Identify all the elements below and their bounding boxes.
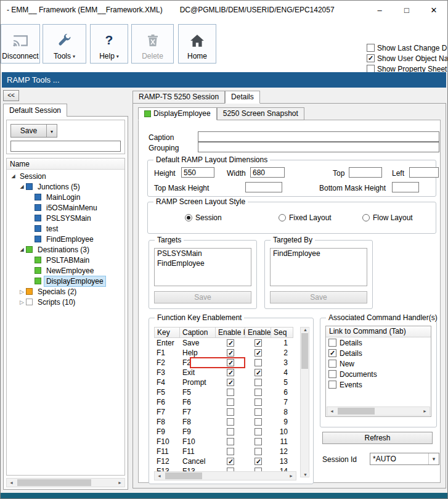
expanded-icon[interactable]: ◢: [18, 247, 26, 252]
ach-horizontal-scrollbar[interactable]: [327, 406, 430, 416]
tab-5250-screen-snapshot[interactable]: 5250 Screen Snapshot: [217, 107, 304, 120]
fk-row-f3[interactable]: F3Exit4: [154, 368, 293, 377]
scroll-track[interactable]: [164, 472, 287, 480]
enable-key-checkbox[interactable]: [227, 389, 234, 396]
scroll-left-icon[interactable]: [7, 479, 16, 487]
enable-checkbox[interactable]: [255, 369, 262, 376]
collapse-panel-button[interactable]: <<: [3, 90, 19, 101]
tree-item-mainlogin[interactable]: MainLogin: [7, 192, 124, 202]
fk-row-f7[interactable]: F7F78: [154, 407, 293, 417]
show-option-checkbox[interactable]: [367, 54, 375, 62]
tree-item-destinations-3[interactable]: ◢Destinations (3): [7, 244, 124, 255]
tools-button[interactable]: Tools: [43, 24, 86, 64]
tree-item-junctions-5[interactable]: ◢Junctions (5): [7, 181, 124, 192]
enable-key-checkbox[interactable]: [227, 408, 234, 416]
fk-row-f11[interactable]: F11F1112: [154, 447, 293, 456]
scroll-left-icon[interactable]: [155, 472, 164, 480]
tree-item-test[interactable]: test: [7, 223, 124, 234]
home-button[interactable]: Home: [178, 24, 216, 64]
command-handler-checkbox[interactable]: [328, 360, 336, 368]
enable-key-checkbox[interactable]: [227, 418, 234, 426]
targeted-by-list-item[interactable]: FindEmployee: [271, 249, 367, 258]
targeted-by-save-button[interactable]: Save: [270, 291, 367, 303]
tab-display-employee[interactable]: DisplayEmployee: [138, 107, 217, 120]
grouping-input[interactable]: [198, 142, 439, 152]
fk-row-f9[interactable]: F9F910: [154, 427, 293, 437]
enable-checkbox[interactable]: [255, 408, 262, 416]
scroll-track[interactable]: [301, 332, 309, 472]
tree-item-pslsysmain[interactable]: PSLSYSMain: [7, 213, 124, 223]
tree-item-findemployee[interactable]: FindEmployee: [7, 234, 124, 244]
command-handler-item[interactable]: Details: [326, 337, 431, 348]
enable-checkbox[interactable]: [255, 389, 262, 396]
tree-item-session[interactable]: ◢Session: [7, 171, 124, 181]
enable-key-checkbox[interactable]: [227, 428, 234, 435]
command-handler-item[interactable]: Details: [326, 348, 431, 358]
collapsed-icon[interactable]: ▷: [18, 299, 26, 305]
enable-checkbox[interactable]: [255, 418, 262, 426]
fk-vertical-scrollbar[interactable]: [300, 327, 309, 477]
refresh-button[interactable]: Refresh: [322, 432, 433, 444]
targets-save-button[interactable]: Save: [154, 291, 251, 303]
caption-input[interactable]: [198, 131, 439, 142]
scroll-left-icon[interactable]: [327, 407, 336, 415]
enable-key-checkbox[interactable]: [227, 369, 234, 376]
enable-key-checkbox[interactable]: [227, 339, 234, 347]
radio-icon[interactable]: [362, 214, 370, 221]
fk-row-f12[interactable]: F12Cancel13: [154, 456, 293, 466]
scroll-down-icon[interactable]: [301, 472, 310, 477]
session-id-combobox[interactable]: *AUTO: [370, 453, 439, 465]
scroll-right-icon[interactable]: [287, 472, 296, 480]
tree-item-newemployee[interactable]: NewEmployee: [7, 265, 124, 276]
enable-checkbox[interactable]: [255, 349, 262, 357]
layout-style-option[interactable]: Session: [185, 213, 222, 222]
fk-column-header[interactable]: Enable Ke: [216, 327, 245, 338]
top-mask-height-input[interactable]: [245, 182, 282, 192]
left-input[interactable]: [409, 167, 439, 178]
scroll-right-icon[interactable]: [115, 479, 124, 487]
targets-list-item[interactable]: PSLSYSMain: [155, 249, 251, 258]
command-handler-item[interactable]: Documents: [326, 369, 431, 379]
enable-key-checkbox[interactable]: [227, 458, 234, 465]
combo-dropdown-icon[interactable]: [428, 453, 439, 464]
enable-checkbox[interactable]: [255, 359, 262, 366]
command-handler-checkbox[interactable]: [328, 349, 336, 357]
scroll-track[interactable]: [336, 407, 420, 415]
expanded-icon[interactable]: ◢: [9, 173, 17, 179]
targets-listbox[interactable]: PSLSYSMainFindEmployee: [154, 248, 251, 286]
enable-key-checkbox[interactable]: [227, 379, 234, 386]
tab-default-session[interactable]: Default Session: [3, 104, 67, 117]
fk-column-header[interactable]: Enable: [245, 327, 271, 338]
minimize-button[interactable]: –: [366, 1, 393, 19]
show-option-checkbox[interactable]: [367, 44, 375, 52]
tab-ramp-ts-5250-session[interactable]: RAMP-TS 5250 Session: [132, 91, 225, 104]
enable-key-checkbox[interactable]: [227, 359, 234, 366]
filter-input[interactable]: [10, 141, 121, 152]
disconnect-button[interactable]: Disconnect: [1, 24, 40, 64]
scroll-thumb[interactable]: [301, 333, 308, 369]
enable-checkbox[interactable]: [255, 339, 262, 347]
enable-checkbox[interactable]: [255, 438, 262, 445]
close-button[interactable]: ✕: [420, 1, 447, 19]
layout-style-option[interactable]: Fixed Layout: [279, 213, 332, 222]
enable-checkbox[interactable]: [255, 448, 262, 455]
fk-row-f1[interactable]: F1Help2: [154, 348, 293, 358]
scroll-thumb[interactable]: [338, 408, 375, 414]
link-to-command-header[interactable]: Link to Command (Tab): [326, 326, 431, 337]
command-handler-checkbox[interactable]: [328, 370, 336, 378]
command-handler-checkbox[interactable]: [328, 339, 336, 347]
command-handler-item[interactable]: Events: [326, 379, 431, 390]
enable-key-checkbox[interactable]: [227, 349, 234, 357]
radio-icon[interactable]: [185, 214, 192, 221]
delete-button[interactable]: Delete: [131, 24, 174, 64]
expanded-icon[interactable]: ◢: [18, 184, 26, 189]
fk-column-header[interactable]: Key: [154, 327, 180, 338]
width-input[interactable]: [250, 167, 285, 178]
enable-checkbox[interactable]: [255, 379, 262, 386]
command-handler-checkbox[interactable]: [328, 381, 336, 389]
fk-row-f6[interactable]: F6F67: [154, 397, 293, 407]
bottom-mask-height-input[interactable]: [392, 182, 419, 192]
fk-row-f2[interactable]: F2F23: [154, 358, 293, 368]
save-dropdown-button[interactable]: Save: [10, 124, 57, 138]
enable-checkbox[interactable]: [255, 398, 262, 406]
